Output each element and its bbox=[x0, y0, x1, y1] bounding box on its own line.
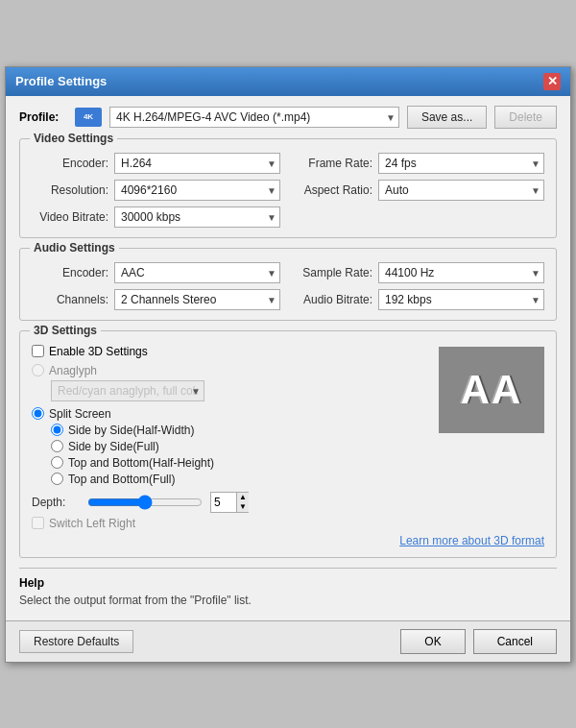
audio-bitrate-select-wrap: 192 kbps ▼ bbox=[378, 289, 544, 310]
3d-preview-text: AA bbox=[461, 367, 523, 413]
anaglyph-label: Anaglyph bbox=[49, 364, 97, 377]
encoder-select[interactable]: H.264 bbox=[114, 153, 280, 174]
profile-select-wrap: 4K H.264/MPEG-4 AVC Video (*.mp4) ▼ bbox=[109, 107, 399, 128]
3d-settings-section: 3D Settings Enable 3D Settings Anaglyph … bbox=[19, 330, 557, 558]
profile-label: Profile: bbox=[19, 110, 67, 124]
aspect-ratio-select-wrap: Auto ▼ bbox=[378, 180, 544, 201]
video-settings-title: Video Settings bbox=[30, 132, 117, 145]
anaglyph-select-wrap: Red/cyan anaglyph, full color ▼ bbox=[51, 380, 204, 401]
aspect-ratio-label: Aspect Ratio: bbox=[296, 183, 372, 197]
channels-field: Channels: 2 Channels Stereo ▼ bbox=[32, 289, 280, 310]
channels-select[interactable]: 2 Channels Stereo bbox=[114, 289, 280, 310]
video-bitrate-field: Video Bitrate: 30000 kbps ▼ bbox=[32, 206, 280, 228]
resolution-select-wrap: 4096*2160 ▼ bbox=[114, 180, 280, 201]
audio-settings-section: Audio Settings Encoder: AAC ▼ Sample Rat… bbox=[19, 248, 557, 321]
video-bitrate-label: Video Bitrate: bbox=[32, 210, 108, 224]
audio-bitrate-field: Audio Bitrate: 192 kbps ▼ bbox=[296, 289, 544, 310]
depth-row: Depth: ▲ ▼ bbox=[32, 492, 544, 513]
help-section: Help Select the output format from the "… bbox=[19, 568, 557, 611]
split-screen-radio[interactable] bbox=[32, 407, 44, 420]
enable-3d-checkbox[interactable] bbox=[32, 345, 44, 357]
dialog-footer: Restore Defaults OK Cancel bbox=[6, 620, 570, 662]
ok-button[interactable]: OK bbox=[400, 629, 465, 654]
profile-icon: 4K bbox=[75, 108, 102, 127]
depth-slider[interactable] bbox=[87, 495, 203, 510]
3d-settings-title: 3D Settings bbox=[30, 324, 101, 337]
frame-rate-field: Frame Rate: 24 fps ▼ bbox=[296, 153, 544, 174]
sample-rate-select[interactable]: 44100 Hz bbox=[378, 262, 544, 283]
save-as-button[interactable]: Save as... bbox=[407, 106, 487, 129]
switch-lr-checkbox[interactable] bbox=[32, 517, 44, 529]
profile-row: Profile: 4K 4K H.264/MPEG-4 AVC Video (*… bbox=[19, 106, 557, 129]
audio-encoder-field: Encoder: AAC ▼ bbox=[32, 262, 280, 283]
sample-rate-label: Sample Rate: bbox=[296, 266, 372, 279]
encoder-select-wrap: H.264 ▼ bbox=[114, 153, 280, 174]
dialog-body: Profile: 4K 4K H.264/MPEG-4 AVC Video (*… bbox=[6, 96, 570, 620]
audio-bitrate-select[interactable]: 192 kbps bbox=[378, 289, 544, 310]
frame-rate-label: Frame Rate: bbox=[296, 157, 372, 170]
aspect-ratio-select[interactable]: Auto bbox=[378, 180, 544, 201]
top-bottom-full-option: Top and Bottom(Full) bbox=[51, 473, 544, 486]
channels-select-wrap: 2 Channels Stereo ▼ bbox=[114, 289, 280, 310]
switch-lr-label: Switch Left Right bbox=[49, 517, 135, 530]
sample-rate-select-wrap: 44100 Hz ▼ bbox=[378, 262, 544, 283]
profile-select[interactable]: 4K H.264/MPEG-4 AVC Video (*.mp4) bbox=[109, 107, 399, 128]
video-bitrate-select-wrap: 30000 kbps ▼ bbox=[114, 206, 280, 228]
titlebar: Profile Settings ✕ bbox=[6, 67, 570, 96]
top-bottom-half-radio[interactable] bbox=[51, 456, 63, 469]
video-settings-section: Video Settings Encoder: H.264 ▼ Frame Ra… bbox=[19, 138, 557, 238]
channels-label: Channels: bbox=[32, 293, 108, 306]
anaglyph-radio[interactable] bbox=[32, 364, 44, 376]
frame-rate-select[interactable]: 24 fps bbox=[378, 153, 544, 174]
video-settings-grid: Encoder: H.264 ▼ Frame Rate: 24 fps bbox=[32, 153, 544, 228]
top-bottom-full-label: Top and Bottom(Full) bbox=[68, 473, 175, 486]
help-title: Help bbox=[19, 576, 557, 590]
sample-rate-field: Sample Rate: 44100 Hz ▼ bbox=[296, 262, 544, 283]
audio-encoder-select[interactable]: AAC bbox=[114, 262, 280, 283]
depth-number-input: ▲ ▼ bbox=[210, 492, 249, 513]
resolution-select[interactable]: 4096*2160 bbox=[114, 180, 280, 201]
video-bitrate-select[interactable]: 30000 kbps bbox=[114, 206, 280, 228]
frame-rate-select-wrap: 24 fps ▼ bbox=[378, 153, 544, 174]
depth-increment-button[interactable]: ▲ bbox=[237, 493, 249, 502]
audio-encoder-select-wrap: AAC ▼ bbox=[114, 262, 280, 283]
split-half-width-radio[interactable] bbox=[51, 424, 63, 436]
dialog-title: Profile Settings bbox=[15, 74, 107, 88]
depth-decrement-button[interactable]: ▼ bbox=[237, 502, 249, 512]
top-bottom-half-label: Top and Bottom(Half-Height) bbox=[68, 456, 214, 470]
top-bottom-half-option: Top and Bottom(Half-Height) bbox=[51, 456, 544, 470]
learn-more-link[interactable]: Learn more about 3D format bbox=[32, 534, 544, 547]
footer-right-buttons: OK Cancel bbox=[400, 629, 557, 654]
split-full-option: Side by Side(Full) bbox=[51, 440, 544, 453]
encoder-field: Encoder: H.264 ▼ bbox=[32, 153, 280, 174]
split-screen-label: Split Screen bbox=[49, 407, 111, 421]
audio-settings-grid: Encoder: AAC ▼ Sample Rate: 44100 Hz bbox=[32, 262, 544, 310]
3d-preview-box: AA bbox=[439, 347, 544, 433]
aspect-ratio-field: Aspect Ratio: Auto ▼ bbox=[296, 180, 544, 201]
delete-button[interactable]: Delete bbox=[494, 106, 557, 129]
audio-bitrate-label: Audio Bitrate: bbox=[296, 293, 372, 306]
enable-3d-label: Enable 3D Settings bbox=[49, 345, 148, 358]
depth-value-input[interactable] bbox=[211, 495, 236, 510]
close-button[interactable]: ✕ bbox=[543, 73, 561, 90]
depth-label: Depth: bbox=[32, 496, 80, 509]
cancel-button[interactable]: Cancel bbox=[473, 629, 557, 654]
resolution-field: Resolution: 4096*2160 ▼ bbox=[32, 180, 280, 201]
depth-spin-buttons: ▲ ▼ bbox=[236, 493, 249, 512]
top-bottom-full-radio[interactable] bbox=[51, 473, 63, 485]
split-full-radio[interactable] bbox=[51, 440, 63, 452]
anaglyph-select[interactable]: Red/cyan anaglyph, full color bbox=[51, 380, 204, 401]
help-text: Select the output format from the "Profi… bbox=[19, 594, 557, 607]
audio-encoder-label: Encoder: bbox=[32, 266, 108, 279]
profile-settings-dialog: Profile Settings ✕ Profile: 4K 4K H.264/… bbox=[5, 66, 571, 663]
split-full-label: Side by Side(Full) bbox=[68, 440, 159, 453]
restore-defaults-button[interactable]: Restore Defaults bbox=[19, 630, 133, 653]
switch-lr-row: Switch Left Right bbox=[32, 517, 544, 530]
resolution-label: Resolution: bbox=[32, 183, 108, 197]
split-half-width-label: Side by Side(Half-Width) bbox=[68, 424, 194, 437]
audio-settings-title: Audio Settings bbox=[30, 241, 119, 255]
encoder-label: Encoder: bbox=[32, 157, 108, 170]
